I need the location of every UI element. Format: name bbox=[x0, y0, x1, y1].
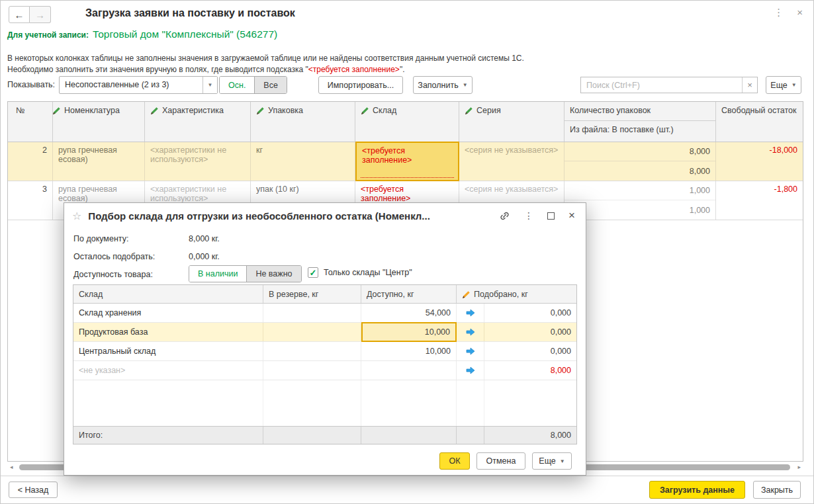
move-qty-arrow-button[interactable] bbox=[457, 361, 484, 380]
pencil-icon bbox=[150, 106, 159, 115]
total-value: 8,000 bbox=[484, 427, 576, 444]
fill-button[interactable]: Заполнить▼ bbox=[413, 76, 473, 94]
forward-arrow-button[interactable]: → bbox=[30, 6, 51, 23]
back-arrow-button[interactable]: ← bbox=[9, 6, 30, 23]
move-qty-arrow-button[interactable] bbox=[457, 304, 484, 322]
close-icon[interactable]: × bbox=[797, 7, 803, 19]
col-header-qty[interactable]: Количество упаковок Из файла: В поставке… bbox=[565, 102, 716, 142]
cell-selected-qty[interactable]: 0,000 bbox=[484, 323, 576, 341]
search-clear-button[interactable]: × bbox=[742, 77, 757, 93]
cell-selected-qty[interactable]: 0,000 bbox=[484, 342, 576, 360]
cell-available[interactable] bbox=[361, 361, 457, 380]
cell-available[interactable]: 10,000 bbox=[361, 342, 457, 360]
warehouse-row[interactable]: Центральный склад 10,000 0,000 bbox=[73, 342, 576, 361]
col-header-package[interactable]: Упаковка bbox=[251, 102, 355, 142]
cell-selected-qty[interactable]: 0,000 bbox=[484, 304, 576, 322]
show-label: Показывать: bbox=[7, 80, 55, 89]
dialog-table-header: Склад В резерве, кг Доступно, кг Подобра… bbox=[73, 285, 576, 304]
only-center-checkbox[interactable]: ✓ Только склады "Центр" bbox=[308, 267, 412, 278]
cell-reserve[interactable] bbox=[263, 304, 361, 322]
warehouse-row[interactable]: <не указан> 8,000 bbox=[73, 361, 576, 380]
cell-reserve[interactable] bbox=[263, 323, 361, 341]
cell-num[interactable]: 3 bbox=[8, 181, 53, 220]
pencil-icon bbox=[465, 106, 473, 115]
move-qty-arrow-button[interactable] bbox=[457, 342, 484, 360]
view-all-button[interactable]: Все bbox=[254, 77, 287, 93]
table-row: 2 рупа гречневаяесовая) <характеристики … bbox=[8, 142, 803, 181]
in-stock-button[interactable]: В наличии bbox=[189, 266, 246, 282]
cancel-button[interactable]: Отмена bbox=[476, 452, 525, 470]
account-label: Для учетной записи: bbox=[7, 30, 89, 40]
cell-nomenclature[interactable]: рупа гречневаяесовая) bbox=[53, 142, 145, 181]
cell-num[interactable]: 2 bbox=[8, 142, 53, 181]
cell-warehouse-name[interactable]: Склад хранения bbox=[73, 304, 263, 322]
close-icon[interactable]: × bbox=[568, 209, 575, 222]
checkbox-checked-icon: ✓ bbox=[308, 267, 318, 278]
col-header-nomenclature[interactable]: Номенклатура bbox=[53, 102, 145, 142]
cell-warehouse-selected[interactable]: <требуется заполнение> bbox=[355, 142, 459, 181]
dialog-more-button[interactable]: Еще▼ bbox=[532, 452, 572, 470]
cell-warehouse-name[interactable]: Центральный склад bbox=[73, 342, 263, 360]
cell-warehouse-name[interactable]: <не указан> bbox=[73, 361, 263, 380]
cell-free-remainder[interactable]: -18,000 bbox=[716, 142, 803, 181]
move-qty-arrow-button[interactable] bbox=[457, 323, 484, 341]
import-button[interactable]: Импортировать... bbox=[318, 76, 403, 94]
blue-arrow-icon bbox=[466, 347, 475, 355]
more-menu-icon[interactable]: ⋮ bbox=[524, 210, 533, 221]
pencil-icon bbox=[53, 106, 61, 115]
col-header-reserve[interactable]: В резерве, кг bbox=[263, 285, 361, 303]
col-header-series[interactable]: Серия bbox=[459, 102, 565, 142]
left-to-select-label: Осталось подобрать: bbox=[73, 252, 155, 261]
cell-available-editing[interactable]: 10,000 bbox=[361, 322, 457, 342]
col-header-num[interactable]: № bbox=[8, 102, 53, 142]
cell-package[interactable]: кг bbox=[251, 142, 355, 181]
col-header-warehouse[interactable]: Склад bbox=[73, 285, 263, 303]
warning-line1: В некоторых колонках таблицы не заполнен… bbox=[7, 53, 524, 64]
back-button[interactable]: < Назад bbox=[9, 482, 58, 498]
cell-qty[interactable]: 1,000 1,000 bbox=[565, 181, 716, 220]
cell-reserve[interactable] bbox=[263, 361, 361, 380]
warehouse-row[interactable]: Склад хранения 54,000 0,000 bbox=[73, 304, 576, 323]
show-filter-select[interactable]: Несопоставленные (2 из 3) ▼ bbox=[59, 76, 218, 94]
cell-characteristic[interactable]: <характеристики не используются> bbox=[145, 142, 251, 181]
cell-free-remainder[interactable]: -1,800 bbox=[716, 181, 803, 220]
window-controls: ⋮ × bbox=[774, 7, 803, 19]
checkbox-label: Только склады "Центр" bbox=[324, 268, 412, 277]
view-main-button[interactable]: Осн. bbox=[220, 77, 254, 93]
col-header-available[interactable]: Доступно, кг bbox=[361, 285, 457, 303]
load-data-button[interactable]: Загрузить данные bbox=[649, 481, 745, 499]
show-filter-dropdown-button[interactable]: ▼ bbox=[203, 77, 217, 93]
scroll-right-arrow-icon[interactable]: ▸ bbox=[797, 464, 801, 470]
toolbar-more-button[interactable]: Еще▼ bbox=[766, 76, 801, 94]
link-icon[interactable] bbox=[499, 211, 510, 221]
dialog-titlebar: ☆ Подбор склада для отгрузки из необособ… bbox=[64, 203, 586, 228]
search-box: × bbox=[580, 77, 758, 93]
blue-arrow-icon bbox=[466, 328, 475, 336]
cell-reserve[interactable] bbox=[263, 342, 361, 360]
cell-warehouse-name[interactable]: Продуктовая база bbox=[73, 323, 263, 341]
col-header-warehouse[interactable]: Склад bbox=[355, 102, 459, 142]
cell-qty[interactable]: 8,000 8,000 bbox=[565, 142, 716, 181]
maximize-icon[interactable] bbox=[547, 212, 555, 220]
nav-buttons: ← → bbox=[9, 6, 51, 23]
cell-series[interactable]: <серия не указывается> bbox=[459, 142, 565, 181]
ok-button[interactable]: ОК bbox=[439, 452, 470, 470]
col-header-free[interactable]: Свободный остаток bbox=[716, 102, 803, 142]
favorite-star-icon[interactable]: ☆ bbox=[72, 210, 81, 222]
col-header-characteristic[interactable]: Характеристика bbox=[145, 102, 251, 142]
blue-arrow-icon bbox=[466, 366, 475, 374]
search-input[interactable] bbox=[581, 77, 742, 93]
total-row: Итого: 8,000 bbox=[73, 426, 576, 444]
cell-available[interactable]: 54,000 bbox=[361, 304, 457, 322]
more-menu-icon[interactable]: ⋮ bbox=[774, 7, 784, 19]
availability-label: Доступность товара: bbox=[73, 270, 153, 279]
warehouse-row-selected[interactable]: Продуктовая база 10,000 0,000 bbox=[73, 323, 576, 342]
close-button[interactable]: Закрыть bbox=[753, 481, 801, 499]
col-header-selected[interactable]: Подобрано, кг bbox=[457, 285, 576, 303]
cell-selected-qty[interactable]: 8,000 bbox=[484, 361, 576, 380]
bottom-bar: < Назад Загрузить данные Закрыть bbox=[1, 476, 813, 504]
scroll-left-arrow-icon[interactable]: ◂ bbox=[10, 464, 13, 470]
pencil-icon bbox=[361, 106, 369, 115]
availability-segment: В наличии Не важно bbox=[189, 265, 302, 282]
not-important-button[interactable]: Не важно bbox=[246, 266, 300, 282]
